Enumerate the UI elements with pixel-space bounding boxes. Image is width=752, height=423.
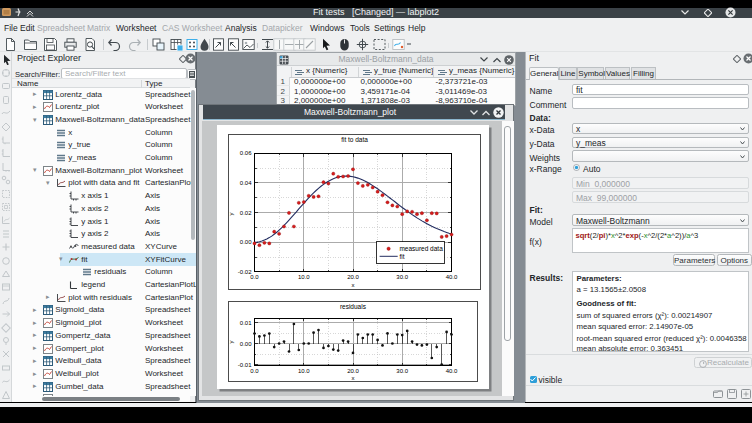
svg-text:measured data: measured data bbox=[399, 245, 443, 252]
svg-text:residuals: residuals bbox=[340, 303, 367, 310]
svg-text:0.00: 0.00 bbox=[240, 341, 252, 347]
svg-text:y: y bbox=[228, 341, 234, 344]
svg-text:fit: fit bbox=[399, 253, 404, 260]
svg-text:x: x bbox=[352, 282, 355, 288]
svg-text:0.02: 0.02 bbox=[240, 210, 252, 216]
svg-text:x: x bbox=[352, 375, 355, 381]
svg-text:20.0: 20.0 bbox=[347, 368, 359, 374]
svg-text:-0.01: -0.01 bbox=[238, 362, 252, 368]
svg-text:20.0: 20.0 bbox=[347, 274, 359, 280]
svg-text:40.0: 40.0 bbox=[446, 368, 458, 374]
svg-text:0.0: 0.0 bbox=[250, 368, 259, 374]
svg-text:0.01: 0.01 bbox=[240, 320, 252, 326]
svg-text:40.0: 40.0 bbox=[446, 274, 458, 280]
svg-text:0.04: 0.04 bbox=[240, 180, 252, 186]
svg-text:0.06: 0.06 bbox=[240, 150, 252, 156]
svg-text:10.0: 10.0 bbox=[298, 274, 310, 280]
svg-text:30.0: 30.0 bbox=[396, 368, 408, 374]
svg-text:0.00: 0.00 bbox=[240, 239, 252, 245]
svg-text:10.0: 10.0 bbox=[298, 368, 310, 374]
svg-text:y: y bbox=[228, 213, 234, 216]
svg-text:30.0: 30.0 bbox=[396, 274, 408, 280]
svg-text:fit to data: fit to data bbox=[341, 136, 368, 143]
svg-text:0.0: 0.0 bbox=[250, 274, 259, 280]
